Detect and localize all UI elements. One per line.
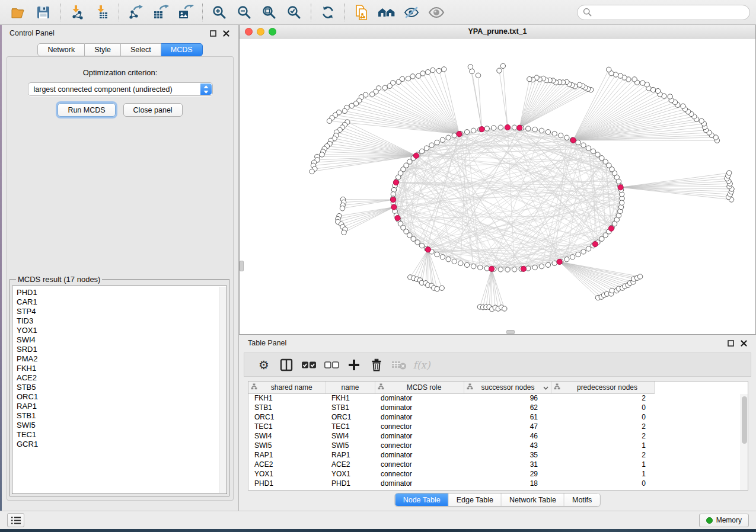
control-panel: Control Panel Network Style Select MCDS … bbox=[2, 25, 239, 511]
fit-content-icon bbox=[261, 5, 277, 20]
delete-rows-button[interactable] bbox=[365, 355, 388, 375]
close-panel-icon[interactable] bbox=[739, 338, 748, 348]
list-item[interactable]: ACE2 bbox=[17, 373, 227, 383]
list-item[interactable]: CAR1 bbox=[17, 297, 227, 307]
table-row[interactable]: RAP1RAP1dominator352 bbox=[248, 450, 741, 460]
list-item[interactable]: PMA2 bbox=[17, 354, 227, 364]
window-close-icon[interactable] bbox=[245, 28, 253, 36]
tab-edge-table[interactable]: Edge Table bbox=[449, 493, 502, 506]
float-panel-icon[interactable] bbox=[726, 338, 735, 348]
float-panel-icon[interactable] bbox=[208, 28, 218, 38]
list-item[interactable]: PHD1 bbox=[17, 288, 227, 297]
optimization-criterion-label: Optimization criterion: bbox=[7, 68, 233, 77]
mcds-result-list[interactable]: PHD1CAR1STP4TID3YOX1SWI4SRD1PMA2FKH1ACE2… bbox=[12, 286, 227, 494]
tab-network-table[interactable]: Network Table bbox=[502, 493, 564, 506]
list-item[interactable]: SWI5 bbox=[17, 421, 227, 430]
close-panel-button[interactable]: Close panel bbox=[123, 103, 183, 117]
column-header[interactable]: name bbox=[326, 382, 375, 393]
criterion-value: largest connected component (undirected) bbox=[34, 85, 173, 94]
node-table-header-row[interactable]: shared namenameMCDS rolesuccessor nodesp… bbox=[248, 382, 741, 393]
table-scrollbar-thumb[interactable] bbox=[742, 396, 747, 444]
select-all-rows-button[interactable] bbox=[298, 355, 320, 375]
zoom-selected-button[interactable] bbox=[282, 2, 307, 23]
list-item[interactable]: TID3 bbox=[17, 316, 227, 326]
export-table-icon bbox=[153, 5, 169, 20]
list-item[interactable]: FKH1 bbox=[17, 364, 227, 373]
close-panel-icon[interactable] bbox=[221, 28, 231, 38]
gear-icon: ⚙ bbox=[259, 359, 269, 371]
table-row[interactable]: PHD1PHD1dominator180 bbox=[248, 479, 741, 488]
import-network-button[interactable] bbox=[65, 2, 90, 23]
table-row[interactable]: STB1STB1dominator620 bbox=[248, 403, 741, 412]
network-vertical-scrollbar[interactable] bbox=[240, 261, 244, 271]
tab-select[interactable]: Select bbox=[121, 43, 161, 56]
list-item[interactable]: STB1 bbox=[17, 411, 227, 421]
add-row-button[interactable] bbox=[343, 355, 365, 375]
table-row[interactable]: SWI4SWI4dominator462 bbox=[248, 431, 741, 441]
table-row[interactable]: TEC1TEC1connector472 bbox=[248, 422, 741, 431]
column-header[interactable]: predecessor nodes bbox=[551, 382, 654, 393]
zoom-in-button[interactable] bbox=[207, 2, 232, 23]
column-header[interactable]: shared name bbox=[248, 382, 326, 393]
fit-content-button[interactable] bbox=[257, 2, 282, 23]
list-item[interactable]: STP4 bbox=[17, 307, 227, 316]
export-table-button[interactable] bbox=[148, 2, 173, 23]
open-file-button[interactable] bbox=[6, 2, 31, 23]
group-by-icon bbox=[554, 383, 560, 392]
list-item[interactable]: TEC1 bbox=[17, 430, 227, 440]
tab-mcds[interactable]: MCDS bbox=[161, 43, 203, 56]
table-settings-button[interactable]: ⚙ bbox=[253, 355, 275, 375]
table-scrollbar[interactable] bbox=[741, 394, 748, 490]
column-header[interactable]: MCDS role bbox=[375, 382, 464, 393]
table-row[interactable]: YOX1YOX1connector291 bbox=[248, 469, 741, 479]
search-input[interactable] bbox=[595, 8, 744, 17]
window-minimize-icon[interactable] bbox=[257, 28, 264, 36]
run-mcds-button[interactable]: Run MCDS bbox=[58, 103, 115, 117]
node-table[interactable]: shared namenameMCDS rolesuccessor nodesp… bbox=[248, 381, 748, 491]
list-item[interactable]: RAP1 bbox=[17, 402, 227, 411]
column-header[interactable]: successor nodes bbox=[464, 382, 551, 393]
clone-network-button[interactable] bbox=[349, 2, 374, 23]
status-bar: Memory bbox=[0, 511, 756, 529]
tab-style[interactable]: Style bbox=[85, 43, 121, 56]
apply-layout-button[interactable] bbox=[315, 2, 340, 23]
list-item[interactable]: ORC1 bbox=[17, 392, 227, 402]
list-item[interactable]: SRD1 bbox=[17, 345, 227, 354]
list-scrollbar[interactable] bbox=[219, 287, 226, 493]
export-image-icon bbox=[178, 5, 194, 20]
table-row[interactable]: FKH1FKH1dominator962 bbox=[248, 393, 741, 403]
graphics-details-button[interactable] bbox=[399, 2, 424, 23]
memory-button[interactable]: Memory bbox=[699, 514, 749, 527]
show-columns-button[interactable] bbox=[275, 355, 298, 375]
tab-motifs[interactable]: Motifs bbox=[564, 493, 599, 506]
zoom-out-button[interactable] bbox=[232, 2, 257, 23]
table-row[interactable]: ORC1ORC1dominator610 bbox=[248, 412, 741, 422]
task-history-button[interactable] bbox=[7, 513, 24, 527]
table-panel-header: Table Panel bbox=[239, 335, 756, 351]
table-toolbar: ⚙ bbox=[244, 352, 751, 377]
tab-network[interactable]: Network bbox=[37, 43, 85, 56]
network-window-titlebar[interactable]: YPA_prune.txt_1 bbox=[240, 25, 755, 39]
birds-eye-view-button[interactable] bbox=[424, 2, 449, 23]
table-row[interactable]: ACE2ACE2connector311 bbox=[248, 460, 741, 469]
node-table-body: FKH1FKH1dominator962STB1STB1dominator620… bbox=[248, 393, 741, 488]
criterion-dropdown[interactable]: largest connected component (undirected) bbox=[28, 82, 213, 96]
network-overview-button[interactable] bbox=[374, 2, 399, 23]
network-horizontal-scrollbar[interactable] bbox=[506, 330, 515, 334]
list-item[interactable]: YOX1 bbox=[17, 326, 227, 335]
list-item[interactable]: STB5 bbox=[17, 383, 227, 392]
list-item[interactable]: GCR1 bbox=[17, 440, 227, 449]
network-graph[interactable] bbox=[240, 39, 756, 334]
list-item[interactable]: SWI4 bbox=[17, 335, 227, 345]
window-maximize-icon[interactable] bbox=[269, 28, 276, 36]
export-network-button[interactable] bbox=[123, 2, 148, 23]
network-canvas[interactable] bbox=[240, 39, 755, 334]
toolbar-separator bbox=[60, 4, 60, 21]
unselect-all-rows-button[interactable] bbox=[320, 355, 343, 375]
tab-node-table[interactable]: Node Table bbox=[395, 493, 449, 506]
save-session-button[interactable] bbox=[31, 2, 56, 23]
export-image-button[interactable] bbox=[173, 2, 198, 23]
import-table-button[interactable] bbox=[90, 2, 114, 23]
search-field[interactable] bbox=[577, 5, 750, 20]
table-row[interactable]: SWI5SWI5connector431 bbox=[248, 441, 741, 450]
